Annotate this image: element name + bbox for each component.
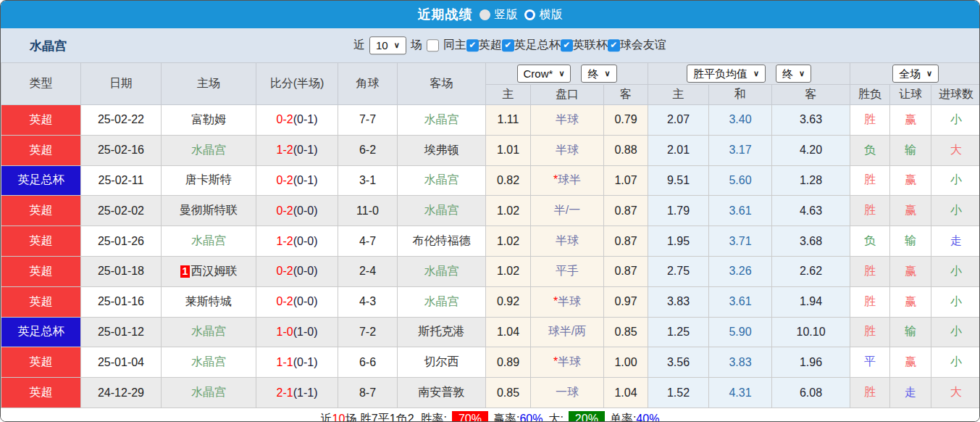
table-row: 英足总杯 25-01-12 水晶宫 1-0(1-0) 7-2 斯托克港 1.04… [1, 317, 980, 347]
layout-option-vertical[interactable]: 竖版 [479, 7, 518, 22]
handicap-value: 半球 [556, 113, 579, 125]
fulltime-score: 0-2 [277, 113, 293, 125]
home-team-cell: 水晶宫 [162, 347, 256, 378]
score-cell: 0-2(0-0) [256, 256, 338, 286]
avg-draw-odds-cell: 3.40 [709, 105, 772, 136]
avg-time-select[interactable]: 终 ∨ [776, 65, 811, 83]
away-team-name: 水晶宫 [424, 173, 459, 186]
date-cell: 25-01-16 [81, 286, 162, 317]
asian-odds-home-cell: 1.02 [486, 196, 531, 226]
league-epl-label[interactable]: 英超 [479, 38, 502, 53]
match-result-cell: 胜 [850, 165, 890, 196]
league-facup-checkbox[interactable]: ✔ [502, 39, 514, 51]
away-team-cell: 斯托克港 [398, 317, 486, 347]
date-cell: 24-12-29 [81, 378, 162, 408]
away-team-cell: 南安普敦 [398, 378, 486, 408]
subcol-avg-away: 客 [772, 85, 850, 105]
goals-result-cell: 走 [931, 226, 980, 257]
avg-draw-odds-cell: 5.90 [709, 317, 772, 347]
avg-away-odds-cell: 10.10 [772, 317, 850, 347]
single-label: 单率: [610, 412, 636, 422]
asian-handicap-cell: 半球 [531, 135, 604, 165]
halftime-score: (0-0) [293, 295, 318, 307]
same-home-checkbox[interactable] [427, 39, 439, 51]
filter-controls: 近 10 ∨ 场 同主 ✔ 英超 ✔ 英足总杯 ✔ 英联杯 ✔ 球会友谊 [353, 36, 666, 55]
horizontal-radio-label[interactable]: 横版 [540, 7, 563, 22]
scope-select[interactable]: 全场 ∨ [892, 65, 939, 83]
single-rate: 40% [636, 413, 659, 422]
fulltime-score: 0-2 [277, 295, 293, 307]
recent-count-value: 10 [376, 38, 388, 53]
home-team-cell: 唐卡斯特 [162, 165, 256, 196]
recent-count-select[interactable]: 10 ∨ [369, 36, 406, 55]
halftime-score: (0-1) [293, 174, 318, 186]
league-eflcup-label[interactable]: 英联杯 [573, 38, 608, 53]
away-team-name: 南安普敦 [419, 386, 465, 398]
match-result-cell: 胜 [850, 105, 890, 136]
win-odds-rate: 60% [519, 413, 543, 422]
chevron-down-icon: ∨ [394, 40, 400, 50]
vertical-radio-icon[interactable] [479, 9, 490, 20]
horizontal-radio-icon[interactable] [524, 9, 535, 20]
subcol-result: 胜负 [850, 85, 890, 105]
asian-odds-home-cell: 1.04 [486, 317, 531, 347]
avg-odds-select[interactable]: 胜平负均值 ∨ [687, 65, 766, 83]
avg-away-odds-cell: 3.63 [772, 105, 850, 136]
league-facup-label[interactable]: 英足总杯 [514, 38, 561, 53]
match-result-cell: 负 [850, 226, 890, 257]
corners-cell: 6-2 [338, 135, 398, 165]
league-type-badge: 英超 [1, 105, 81, 136]
league-eflcup-checkbox[interactable]: ✔ [561, 39, 573, 51]
avg-home-odds-cell: 3.83 [648, 286, 709, 317]
corners-cell: 3-1 [338, 165, 398, 196]
home-team-name: 水晶宫 [191, 234, 226, 247]
avg-away-odds-cell: 1.96 [772, 347, 850, 378]
same-home-label[interactable]: 同主 [443, 38, 466, 53]
away-team-cell: 水晶宫 [398, 196, 486, 226]
big-rate-badge: 20% [569, 411, 605, 422]
subcol-asian-handicap: 盘口 [531, 85, 604, 105]
asian-odds-home-cell: 0.85 [486, 378, 531, 408]
filter-bar: 水晶宫 近 10 ∨ 场 同主 ✔ 英超 ✔ 英足总杯 ✔ 英联杯 ✔ 球会友谊 [1, 28, 979, 62]
odds-company-select[interactable]: Crow* ∨ [517, 65, 571, 83]
avg-draw-odds-cell: 3.83 [709, 347, 772, 378]
vertical-radio-label[interactable]: 竖版 [495, 7, 518, 22]
fulltime-score: 0-2 [277, 265, 293, 277]
goals-result-cell: 小 [931, 105, 980, 136]
asian-odds-away-cell: 1.04 [604, 378, 648, 408]
asian-odds-away-cell: 0.97 [604, 286, 648, 317]
league-friendly-checkbox[interactable]: ✔ [608, 39, 620, 51]
date-cell: 25-02-11 [81, 165, 162, 196]
asian-odds-away-cell: 1.07 [604, 165, 648, 196]
corners-cell: 4-7 [338, 226, 398, 257]
home-team-cell: 1西汉姆联 [162, 256, 256, 286]
goals-result-cell: 小 [931, 165, 980, 196]
asian-odds-away-cell: 0.87 [604, 256, 648, 286]
handicap-value: 球半/两 [548, 325, 586, 337]
league-epl-checkbox[interactable]: ✔ [466, 39, 479, 51]
home-team-cell: 水晶宫 [162, 378, 256, 408]
match-result-cell: 胜 [850, 378, 890, 408]
goals-result-cell: 小 [931, 347, 980, 378]
asian-odds-home-cell: 1.11 [486, 105, 531, 136]
corners-cell: 8-7 [338, 378, 398, 408]
away-team-name: 水晶宫 [424, 204, 459, 216]
handicap-result-cell: 走 [890, 378, 931, 408]
league-friendly-label[interactable]: 球会友谊 [620, 38, 666, 53]
asian-handicap-cell: 平手 [531, 256, 604, 286]
handicap-result-cell: 输 [890, 317, 931, 347]
asian-handicap-cell: 半/一 [531, 196, 604, 226]
avg-away-odds-cell: 1.94 [772, 286, 850, 317]
date-cell: 25-01-18 [81, 256, 162, 286]
layout-option-horizontal[interactable]: 横版 [524, 7, 563, 22]
handicap-value: 半球 [556, 144, 579, 156]
league-type-badge: 英超 [1, 196, 81, 226]
fulltime-score: 0-2 [277, 174, 293, 186]
avg-away-odds-cell: 4.20 [772, 135, 850, 165]
subcol-asian-home: 主 [486, 85, 531, 105]
col-header-score: 比分(半场) [256, 63, 338, 105]
asian-odds-away-cell: 0.87 [604, 226, 648, 257]
away-team-cell: 水晶宫 [398, 286, 486, 317]
avg-home-odds-cell: 1.79 [648, 196, 709, 226]
odds-time-select[interactable]: 终 ∨ [581, 65, 616, 83]
